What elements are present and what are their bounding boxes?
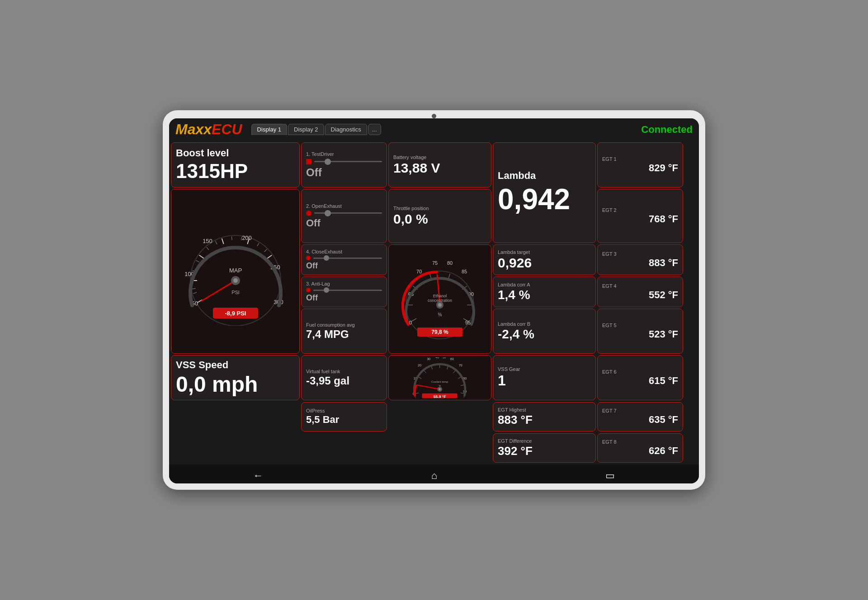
tab-display1[interactable]: Display 1 xyxy=(251,124,287,135)
egt-diff-value: 392 °F xyxy=(498,444,591,458)
driver3-cell: 4. CloseExhaust Off xyxy=(301,244,387,275)
svg-line-83 xyxy=(417,385,440,389)
svg-text:MAP: MAP xyxy=(229,267,241,274)
svg-text:40: 40 xyxy=(435,357,439,359)
driver4-label: 3. Anti-Lag xyxy=(306,281,382,286)
logo-maxx: Maxx xyxy=(175,121,212,138)
svg-text:150: 150 xyxy=(203,238,212,244)
lambda-corr-b-cell: Lambda corr B -2,4 % xyxy=(493,309,596,354)
recent-button[interactable]: ▭ xyxy=(605,470,615,482)
egt7-label: EGT 7 xyxy=(602,408,678,413)
svg-text:50: 50 xyxy=(443,357,446,359)
svg-text:%: % xyxy=(438,312,442,317)
egt8-value: 626 °F xyxy=(602,445,678,457)
driver2-value: Off xyxy=(306,217,382,229)
egt6-value: 615 °F xyxy=(602,375,678,387)
driver3-value: Off xyxy=(306,261,382,271)
tab-more[interactable]: ... xyxy=(368,124,381,135)
svg-line-16 xyxy=(196,260,199,262)
tab-display2[interactable]: Display 2 xyxy=(288,124,324,135)
fuel-avg-cell: Fuel consumption avg 7,4 MPG xyxy=(301,309,387,354)
egt-diff-cell: EGT Difference 392 °F xyxy=(493,433,596,463)
driver1-dot xyxy=(306,159,311,164)
lambda-cell: Lambda 0,942 xyxy=(493,142,596,243)
vss-gear-value: 1 xyxy=(498,372,591,389)
egt3-value: 883 °F xyxy=(602,257,678,269)
svg-line-11 xyxy=(267,255,272,258)
vss-gear-cell: VSS Gear 1 xyxy=(493,355,596,400)
egt6-cell: EGT 6 615 °F xyxy=(597,355,683,400)
svg-text:80: 80 xyxy=(447,260,453,266)
egt2-cell: EGT 2 768 °F xyxy=(597,189,683,243)
home-button[interactable]: ⌂ xyxy=(431,470,437,482)
lambda-corr-a-value: 1,4 % xyxy=(498,288,591,302)
egt4-value: 552 °F xyxy=(602,289,678,301)
fuel-avg-value: 7,4 MPG xyxy=(306,328,382,341)
egt2-label: EGT 2 xyxy=(602,207,678,213)
egt5-cell: EGT 5 523 °F xyxy=(597,309,683,354)
driver1-label: 1. TestDriver xyxy=(306,151,382,157)
driver3-label: 4. CloseExhaust xyxy=(306,249,382,254)
driver1-thumb xyxy=(325,159,331,165)
lambda-corr-b-value: -2,4 % xyxy=(498,327,591,342)
egt3-cell: EGT 3 883 °F xyxy=(597,244,683,275)
logo: Maxx ECU xyxy=(175,121,242,138)
coolant-gauge-cell: 0 10 20 30 40 50 60 70 80 90 100 110 120 xyxy=(388,355,491,400)
tablet-frame: Maxx ECU Display 1 Display 2 Diagnostics… xyxy=(163,110,705,490)
boost-cell: Boost level 1315HP xyxy=(171,142,300,188)
driver2-label: 2. OpenExhaust xyxy=(306,203,382,209)
svg-text:85: 85 xyxy=(462,269,467,274)
oil-press-label: OilPress xyxy=(306,408,382,413)
svg-text:Ethanol: Ethanol xyxy=(433,294,447,298)
ethanol-gauge-cell: 60 65 70 75 80 85 90 95 100 xyxy=(388,244,491,354)
lambda-target-cell: Lambda target 0,926 xyxy=(493,244,596,275)
lambda-value: 0,942 xyxy=(498,183,591,216)
lambda-corr-a-label: Lambda corr A xyxy=(498,282,591,287)
svg-text:70: 70 xyxy=(416,269,422,274)
throttle-value: 0,0 % xyxy=(393,211,486,227)
driver1-cell: 1. TestDriver Off xyxy=(301,142,387,188)
svg-text:Coolant temp: Coolant temp xyxy=(431,380,448,383)
svg-line-22 xyxy=(264,249,267,252)
svg-text:75: 75 xyxy=(432,260,438,266)
svg-line-17 xyxy=(206,247,208,250)
battery-label: Battery voltage xyxy=(393,155,486,160)
fuel-tank-cell: Virtual fuel tank -3,95 gal xyxy=(301,355,387,400)
svg-text:95: 95 xyxy=(465,320,471,325)
egt8-label: EGT 8 xyxy=(602,439,678,445)
fuel-avg-label: Fuel consumption avg xyxy=(306,322,382,328)
egt4-label: EGT 4 xyxy=(602,283,678,289)
egt2-value: 768 °F xyxy=(602,213,678,225)
svg-text:79,8 %: 79,8 % xyxy=(431,329,448,335)
egt-diff-label: EGT Difference xyxy=(498,438,591,444)
egt-highest-value: 883 °F xyxy=(498,413,591,427)
header: Maxx ECU Display 1 Display 2 Diagnostics… xyxy=(169,118,699,141)
oil-press-cell: OilPress 5,5 Bar xyxy=(301,402,387,431)
driver2-dot xyxy=(306,211,311,216)
svg-text:concentration: concentration xyxy=(427,298,452,303)
svg-text:20: 20 xyxy=(418,364,421,367)
lambda-title: Lambda xyxy=(498,170,591,182)
vss-gear-label: VSS Gear xyxy=(498,366,591,372)
throttle-cell: Throttle position 0,0 % xyxy=(388,189,491,243)
driver4-cell: 3. Anti-Lag Off xyxy=(301,277,387,307)
svg-text:PSI: PSI xyxy=(231,290,240,295)
main-grid: Boost level 1315HP 1. TestDriver Off xyxy=(169,141,699,402)
vss-speed-title: VSS Speed xyxy=(176,359,295,371)
svg-text:°F: °F xyxy=(438,384,441,387)
back-button[interactable]: ← xyxy=(253,470,263,482)
svg-text:30: 30 xyxy=(427,357,430,361)
svg-text:-8,9 PSI: -8,9 PSI xyxy=(225,310,246,317)
egt-highest-label: EGT Highest xyxy=(498,407,591,412)
camera xyxy=(432,114,436,118)
svg-point-85 xyxy=(439,388,441,390)
egt1-label: EGT 1 xyxy=(602,156,678,162)
driver1-value: Off xyxy=(306,166,382,179)
egt7-cell: EGT 7 635 °F xyxy=(597,402,683,431)
svg-line-5 xyxy=(199,255,204,258)
boost-value: 1315HP xyxy=(176,160,295,183)
svg-line-19 xyxy=(231,236,232,240)
svg-line-14 xyxy=(192,288,195,289)
oil-press-value: 5,5 Bar xyxy=(306,414,382,426)
tab-diagnostics[interactable]: Diagnostics xyxy=(325,124,367,135)
